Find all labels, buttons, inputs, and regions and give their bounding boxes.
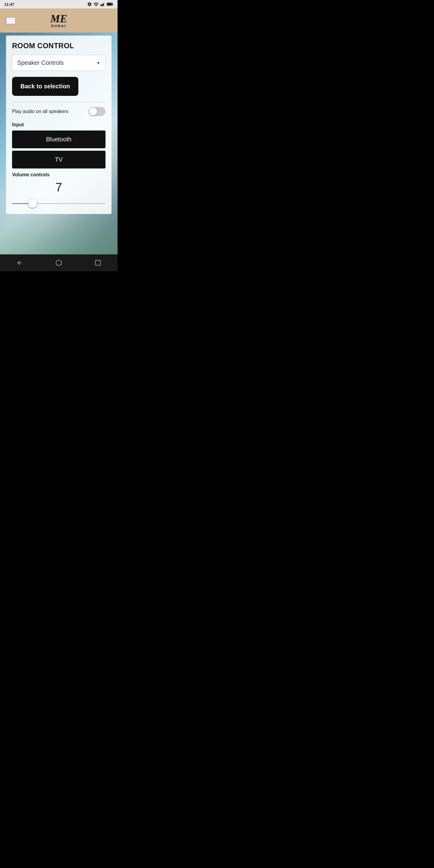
svg-rect-2 <box>101 4 102 6</box>
svg-rect-4 <box>104 2 105 6</box>
volume-value: 7 <box>12 181 105 194</box>
wifi-icon <box>93 2 99 6</box>
nav-home-button[interactable] <box>50 257 68 269</box>
page-title: ROOM CONTROL <box>12 41 105 50</box>
brand-logo: ME DUBAI <box>50 13 67 28</box>
nav-back-button[interactable] <box>10 257 29 269</box>
main-area: ROOM CONTROL Speaker Controls ▼ Back to … <box>0 33 118 254</box>
play-audio-toggle[interactable] <box>89 107 105 116</box>
home-circle-icon <box>56 259 62 266</box>
svg-rect-9 <box>96 260 101 266</box>
play-audio-toggle-row: Play audio on all speakers <box>12 107 105 116</box>
hamburger-line <box>7 23 15 24</box>
chevron-down-icon: ▼ <box>96 61 100 65</box>
tv-button[interactable]: TV <box>12 151 105 168</box>
app-header: ME DUBAI <box>0 8 118 33</box>
navigation-bar <box>0 254 118 271</box>
back-to-selection-button[interactable]: Back to selection <box>12 77 79 96</box>
brand-city: DUBAI <box>50 24 67 28</box>
svg-rect-3 <box>103 3 104 6</box>
volume-section: Volume controls 7 <box>12 172 105 208</box>
back-arrow-icon <box>16 259 23 266</box>
hamburger-button[interactable] <box>6 17 16 24</box>
play-audio-label: Play audio on all speakers <box>12 109 68 114</box>
bluetooth-button[interactable]: Bluetooth <box>12 130 105 148</box>
battery-icon <box>107 2 113 6</box>
svg-point-8 <box>56 260 61 266</box>
status-time: 11:47 <box>4 2 14 7</box>
signal-icon <box>100 2 105 6</box>
status-icons <box>87 2 113 7</box>
brand-name: ME <box>50 13 67 24</box>
room-control-card: ROOM CONTROL Speaker Controls ▼ Back to … <box>6 36 112 214</box>
slider-thumb[interactable] <box>28 199 37 208</box>
divider <box>12 102 105 102</box>
recent-square-icon <box>95 259 101 266</box>
svg-point-0 <box>96 6 96 6</box>
gear-icon <box>87 2 92 7</box>
svg-rect-1 <box>100 5 101 6</box>
input-section-label: Input <box>12 122 105 127</box>
input-section: Input Bluetooth TV <box>12 122 105 168</box>
hamburger-line <box>7 20 15 21</box>
hamburger-line <box>7 18 15 19</box>
status-bar: 11:47 <box>0 0 118 8</box>
volume-slider-container[interactable] <box>12 199 105 208</box>
svg-rect-6 <box>113 4 113 5</box>
volume-section-label: Volume controls <box>12 172 105 178</box>
svg-rect-7 <box>107 3 112 5</box>
nav-recent-button[interactable] <box>89 257 107 269</box>
speaker-controls-dropdown[interactable]: Speaker Controls ▼ <box>12 55 105 71</box>
dropdown-selected-label: Speaker Controls <box>17 59 64 66</box>
